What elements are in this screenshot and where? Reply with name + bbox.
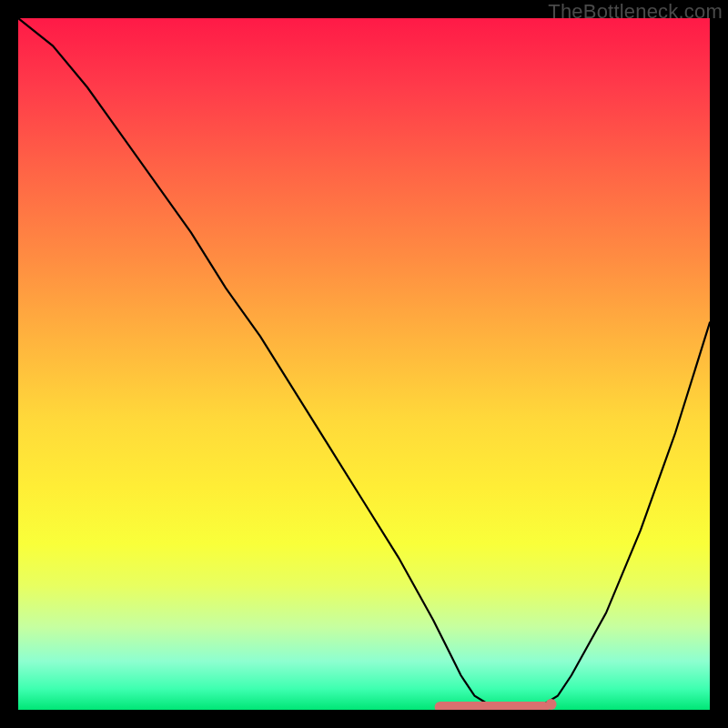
svg-point-1 (546, 699, 557, 710)
flat-minimum-marker (440, 699, 557, 710)
bottleneck-curve (18, 18, 710, 708)
curve-layer (18, 18, 710, 710)
chart-frame: TheBottleneck.com (0, 0, 728, 728)
plot-area (18, 18, 710, 710)
